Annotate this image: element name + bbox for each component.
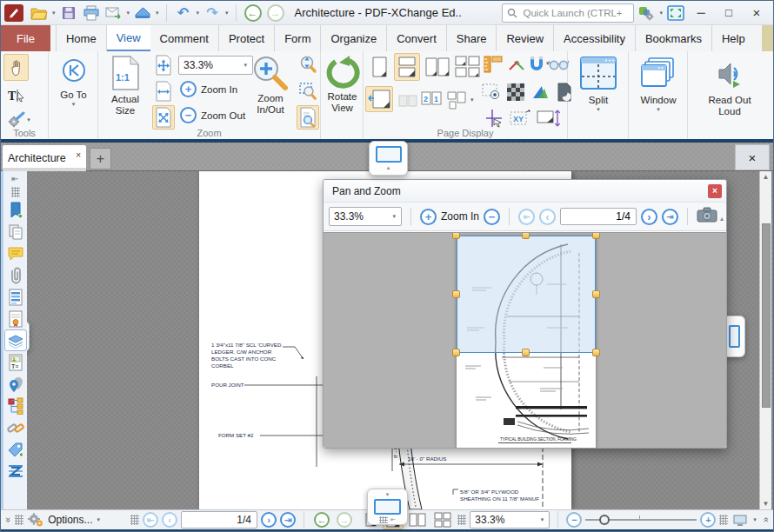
fullscreen-button[interactable] <box>665 3 686 23</box>
zoom-out-slider-button[interactable]: − <box>566 512 582 528</box>
history-back-button[interactable]: ← <box>244 4 262 22</box>
hand-tool-button[interactable] <box>3 54 29 81</box>
pan-and-zoom-window[interactable]: Pan and Zoom × ▴ 33.3% ▾ + Zoom In − ⇤ ‹ <box>323 179 727 449</box>
window-button[interactable]: Window ▾ <box>636 57 681 113</box>
scroll-continuous-button[interactable] <box>365 86 393 112</box>
tab-format[interactable]: Format <box>762 25 774 51</box>
prev-page-button[interactable]: ‹ <box>162 512 177 528</box>
tab-review[interactable]: Review <box>497 25 554 51</box>
email-dropdown[interactable]: ▾ <box>127 10 130 17</box>
redo-dropdown[interactable]: ▾ <box>225 10 229 17</box>
links-panel-button[interactable] <box>4 416 27 438</box>
quick-launch-input[interactable] <box>521 7 624 19</box>
rotate-view-button[interactable]: Rotate View <box>323 55 362 114</box>
vertical-scrollbar[interactable]: ▲ ▼ <box>759 171 771 509</box>
pan-and-zoom-close-button[interactable]: × <box>708 184 722 198</box>
bookmarks-panel-button[interactable] <box>4 199 27 221</box>
document-canvas[interactable]: 1 3/4"x11 7/8" SCL 'CURVED LEDGER, C/W A… <box>27 171 773 509</box>
statusbar-zoom-combo[interactable]: 33.3% ▾ <box>470 511 550 529</box>
read-out-loud-button[interactable]: Read Out Loud <box>699 57 760 117</box>
maximize-button[interactable]: □ <box>716 3 742 23</box>
fit-visible-button[interactable] <box>152 105 175 130</box>
tab-share[interactable]: Share <box>447 25 497 51</box>
zoom-inout-button[interactable]: Zoom In/Out <box>246 54 295 116</box>
show-cover-page-button[interactable]: 21 <box>419 88 444 112</box>
selection-handle-bottom-right[interactable] <box>592 349 600 356</box>
booklet-layout-button[interactable] <box>445 88 468 112</box>
tab-protect[interactable]: Protect <box>219 25 275 51</box>
fields-panel-button[interactable] <box>4 286 27 308</box>
rulers-button[interactable] <box>482 53 504 76</box>
close-document-button[interactable]: × <box>735 144 770 170</box>
bottom-pane-grip[interactable]: ▾ ⇤ <box>367 489 408 525</box>
first-page-button[interactable]: ⇤ <box>143 512 158 528</box>
other-tools-dropdown[interactable]: ▾ <box>27 116 30 123</box>
fit-width-button[interactable] <box>152 79 175 103</box>
history-forward-button[interactable]: → <box>267 4 284 22</box>
z-order-panel-button[interactable] <box>4 460 27 482</box>
transparency-grid-button[interactable] <box>504 81 527 103</box>
statusbar-grip-3[interactable] <box>457 515 466 525</box>
pan-and-zoom-preview[interactable]: TYPICAL BUILDING SECTION, FORMING <box>324 232 726 448</box>
undo-button[interactable]: ↶ <box>173 3 194 23</box>
page-layout-dropdown[interactable]: ▾ <box>470 96 474 103</box>
sb-two-pages-button[interactable] <box>407 511 428 529</box>
zoom-slider-thumb[interactable] <box>599 515 610 525</box>
statusbar-grip[interactable] <box>15 515 23 525</box>
pz-zoom-out-button[interactable]: − <box>484 209 500 225</box>
selection-handle-bottom-mid[interactable] <box>522 349 530 356</box>
new-tab-button[interactable]: + <box>90 148 111 170</box>
page-size-button[interactable] <box>536 107 562 130</box>
scrollbar-thumb[interactable] <box>762 223 771 408</box>
coordinates-button[interactable]: XY <box>508 107 532 130</box>
comments-panel-button[interactable] <box>4 243 27 264</box>
actual-size-button[interactable]: 1:1 Actual Size <box>102 55 149 116</box>
statusbar-grip-4[interactable] <box>719 515 728 525</box>
dynamic-zoom-button[interactable] <box>297 53 319 77</box>
signatures-panel-button[interactable] <box>4 308 27 329</box>
selection-handle-mid-left[interactable] <box>452 290 460 298</box>
tab-file[interactable]: File <box>1 25 50 51</box>
pz-last-page-button[interactable]: ⇥ <box>662 209 678 225</box>
pan-zoom-selection-rect[interactable] <box>457 236 596 353</box>
tab-organize[interactable]: Organize <box>321 25 387 51</box>
pz-first-page-button[interactable]: ⇤ <box>518 209 535 225</box>
reading-glasses-button[interactable] <box>549 53 570 76</box>
structure-panel-button[interactable] <box>4 395 27 416</box>
pz-page-field[interactable]: 1/4 <box>560 208 637 225</box>
next-page-button[interactable]: › <box>261 512 277 528</box>
zoom-in-button[interactable]: + Zoom In <box>180 81 237 97</box>
statusbar-grip-2[interactable] <box>130 515 139 525</box>
pan-and-zoom-collapse-icon[interactable]: ▴ <box>720 215 724 223</box>
options-button[interactable]: Options... ▾ <box>27 512 101 528</box>
thumbnails-panel-button[interactable] <box>4 221 27 243</box>
tab-view[interactable]: View <box>107 25 150 51</box>
document-tab-architecture[interactable]: Architecture × <box>3 145 86 171</box>
split-button[interactable]: Split ▾ <box>579 57 617 113</box>
go-to-button[interactable]: Go To ▾ <box>53 57 94 108</box>
layers-panel-button[interactable] <box>4 329 27 351</box>
view-forward-button[interactable]: → <box>337 512 352 528</box>
last-page-button[interactable]: ⇥ <box>280 512 296 528</box>
attachments-panel-button[interactable] <box>4 264 27 286</box>
scan-button[interactable] <box>132 3 153 23</box>
select-text-tool-button[interactable]: T <box>3 84 29 107</box>
undo-dropdown[interactable]: ▾ <box>197 10 200 17</box>
scan-dropdown[interactable]: ▾ <box>156 10 159 17</box>
color-modes-button[interactable] <box>529 81 551 103</box>
scroll-down-arrow[interactable]: ▼ <box>760 500 771 508</box>
tab-accessibility[interactable]: Accessibility <box>554 25 636 51</box>
tab-home[interactable]: Home <box>56 25 107 51</box>
tags-panel-button[interactable] <box>4 438 27 460</box>
pz-next-page-button[interactable]: › <box>641 209 657 225</box>
zoom-out-button[interactable]: − Zoom Out <box>180 107 245 123</box>
redo-button[interactable]: ↷ <box>202 3 223 23</box>
fullscreen-mode-button[interactable] <box>731 512 749 528</box>
open-file-dropdown[interactable]: ▾ <box>52 10 56 17</box>
selection-handle-mid-right[interactable] <box>592 290 600 298</box>
tab-bookmarks[interactable]: Bookmarks <box>636 25 712 51</box>
pan-and-zoom-button[interactable] <box>297 105 319 130</box>
pz-zoom-in-button[interactable]: + <box>420 209 437 225</box>
page-number-field[interactable]: 1/4 <box>181 511 257 529</box>
destinations-panel-button[interactable] <box>4 373 27 395</box>
